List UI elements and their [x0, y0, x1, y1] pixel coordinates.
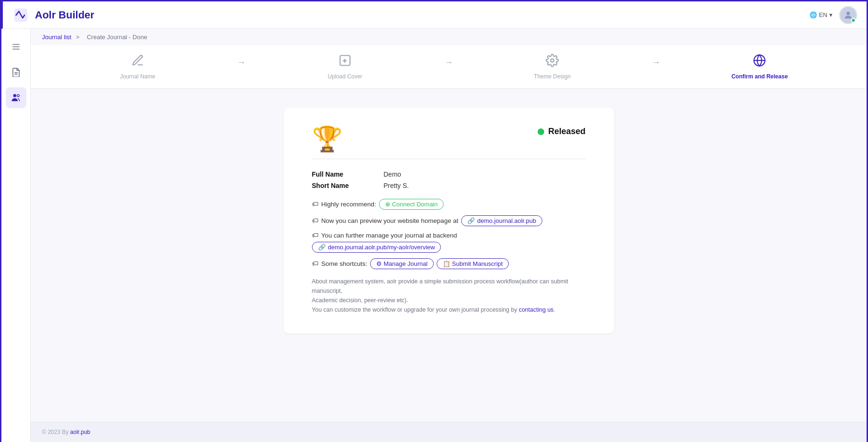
- header: Aolr Builder 🌐 EN ▾: [1, 1, 867, 29]
- svg-rect-4: [12, 49, 19, 50]
- desc-line1: About management system, aolr provide a …: [312, 278, 568, 294]
- info-table: Full Name Demo Short Name Pretty S.: [312, 170, 586, 189]
- manage-journal-label: ⚙ Manage Journal: [376, 260, 428, 267]
- main-area: Journal list > Create Journal - Done Jou…: [31, 29, 867, 442]
- submit-manuscript-label: 📋 Submit Manuscript: [443, 260, 503, 267]
- step-arrow-1: →: [237, 58, 245, 76]
- layout: Journal list > Create Journal - Done Jou…: [1, 29, 867, 442]
- step-journal-name: Journal Name: [42, 54, 233, 80]
- tag-icon-2: 🏷: [312, 217, 319, 224]
- result-card: 🏆 Released Full Name Demo Short Name Pre…: [284, 108, 614, 333]
- tag-icon-4: 🏷: [312, 260, 319, 267]
- contacting-us-link[interactable]: contacting us: [519, 306, 554, 313]
- header-left: Aolr Builder: [12, 7, 94, 24]
- avatar[interactable]: [839, 6, 857, 24]
- step-theme-design: Theme Design: [457, 54, 648, 80]
- breadcrumb: Journal list > Create Journal - Done: [31, 29, 867, 45]
- language-button[interactable]: 🌐 EN ▾: [809, 11, 833, 18]
- breadcrumb-separator: >: [76, 34, 80, 41]
- svg-rect-3: [12, 46, 19, 47]
- footer: © 2023 By aolr.pub: [31, 422, 867, 442]
- preview-label: Now you can preview your website homepag…: [321, 217, 458, 224]
- step-confirm-release-icon: [753, 54, 766, 70]
- copyright-text: © 2023 By: [42, 429, 68, 435]
- step-confirm-release-label: Confirm and Release: [732, 73, 788, 80]
- stepper: Journal Name → Upload Cover →: [31, 45, 867, 89]
- manage-label: You can further manage your journal at b…: [321, 232, 457, 239]
- sidebar-item-document[interactable]: [6, 62, 26, 83]
- sidebar-item-menu[interactable]: [6, 36, 26, 57]
- lang-label: EN: [819, 11, 827, 18]
- card-header: 🏆 Released: [312, 127, 586, 159]
- full-name-value: Demo: [384, 170, 586, 178]
- svg-point-1: [846, 11, 850, 15]
- shortcuts-row: 🏷 Some shortcuts: ⚙ Manage Journal 📋 Sub…: [312, 258, 586, 269]
- svg-rect-2: [12, 44, 19, 45]
- step-journal-name-label: Journal Name: [120, 73, 155, 80]
- globe-icon: 🌐: [809, 11, 817, 18]
- connect-domain-label: ⊕ Connect Domain: [385, 201, 438, 208]
- chevron-down-icon: ▾: [829, 11, 833, 18]
- link-icon: 🔗: [467, 217, 475, 224]
- rec-label: Highly recommend:: [321, 201, 376, 208]
- step-upload-cover-icon: [338, 54, 352, 70]
- step-theme-design-icon: [546, 54, 559, 70]
- step-confirm-release: Confirm and Release: [664, 54, 855, 80]
- footer-link[interactable]: aolr.pub: [70, 429, 91, 435]
- logo-icon: [12, 7, 29, 24]
- step-arrow-3: →: [652, 58, 660, 76]
- full-name-label: Full Name: [312, 170, 378, 178]
- preview-link[interactable]: 🔗 demo.journal.aolr.pub: [461, 215, 542, 226]
- connect-domain-button[interactable]: ⊕ Connect Domain: [379, 199, 444, 210]
- content: 🏆 Released Full Name Demo Short Name Pre…: [31, 89, 867, 422]
- desc-line2: Academic decision, peer-review etc).: [312, 297, 408, 304]
- released-label: Released: [548, 127, 585, 136]
- svg-point-8: [17, 94, 19, 97]
- short-name-value: Pretty S.: [384, 182, 586, 189]
- sidebar-item-users[interactable]: [6, 87, 26, 108]
- step-upload-cover-label: Upload Cover: [328, 73, 362, 80]
- online-dot: [851, 18, 856, 23]
- tag-icon-3: 🏷: [312, 232, 319, 239]
- recommend-row: 🏷 Highly recommend: ⊕ Connect Domain: [312, 199, 586, 210]
- step-upload-cover: Upload Cover: [249, 54, 440, 80]
- step-journal-name-icon: [131, 54, 144, 70]
- sidebar: [1, 29, 31, 442]
- header-right: 🌐 EN ▾: [809, 6, 857, 24]
- manage-link-text: demo.journal.aolr.pub/my-aolr/overview: [328, 244, 435, 251]
- submit-manuscript-button[interactable]: 📋 Submit Manuscript: [437, 258, 509, 269]
- preview-link-text: demo.journal.aolr.pub: [477, 217, 536, 224]
- description-text: About management system, aolr provide a …: [312, 277, 586, 314]
- trophy-icon: 🏆: [312, 127, 343, 151]
- svg-point-10: [551, 59, 554, 62]
- step-arrow-2: →: [445, 58, 453, 76]
- breadcrumb-link[interactable]: Journal list: [42, 34, 71, 41]
- released-dot: [538, 128, 544, 135]
- released-badge: Released: [538, 127, 585, 136]
- manage-row: 🏷 You can further manage your journal at…: [312, 232, 586, 253]
- shortcuts-label: Some shortcuts:: [321, 260, 368, 267]
- manage-backend-link[interactable]: 🔗 demo.journal.aolr.pub/my-aolr/overview: [312, 242, 441, 253]
- tag-icon-1: 🏷: [312, 201, 319, 208]
- manage-journal-button[interactable]: ⚙ Manage Journal: [370, 258, 434, 269]
- app-title: Aolr Builder: [35, 9, 94, 21]
- link-icon-2: 🔗: [318, 244, 326, 251]
- svg-point-7: [13, 94, 16, 97]
- desc-line3: You can customize the workflow or upgrad…: [312, 306, 517, 313]
- breadcrumb-current: Create Journal - Done: [87, 34, 147, 41]
- short-name-label: Short Name: [312, 182, 378, 189]
- step-theme-design-label: Theme Design: [534, 73, 571, 80]
- preview-row: 🏷 Now you can preview your website homep…: [312, 215, 586, 226]
